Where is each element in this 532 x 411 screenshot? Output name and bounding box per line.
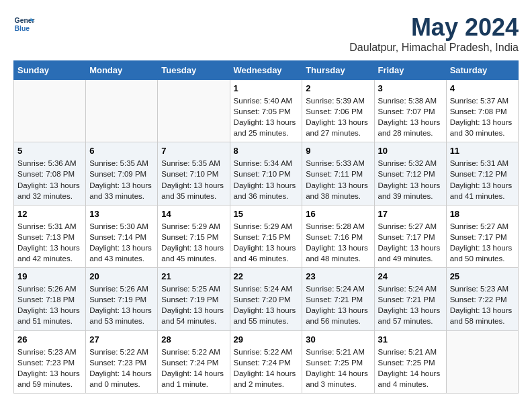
cell-info: Sunset: 7:16 PM [306, 232, 370, 242]
cell-info: Sunrise: 5:28 AM [306, 221, 370, 232]
cell-info: Sunset: 7:25 PM [306, 357, 370, 368]
cell-info: Sunrise: 5:31 AM [450, 158, 515, 169]
main-title: May 2024 [349, 13, 519, 42]
cell-info: Sunrise: 5:29 AM [161, 221, 226, 232]
day-number: 17 [378, 209, 443, 219]
cell-info: Daylight: 13 hours and 43 minutes. [89, 242, 154, 264]
svg-text:Blue: Blue [15, 25, 30, 32]
calendar-cell: 28Sunrise: 5:22 AMSunset: 7:24 PMDayligh… [158, 330, 230, 393]
cell-info: Sunset: 7:10 PM [234, 169, 299, 179]
cell-info: Sunset: 7:08 PM [17, 169, 82, 179]
cell-info: Sunset: 7:23 PM [89, 357, 154, 368]
calendar-cell: 26Sunrise: 5:23 AMSunset: 7:23 PMDayligh… [14, 330, 86, 393]
cell-info: Daylight: 13 hours and 25 minutes. [234, 117, 299, 138]
cell-info: Sunrise: 5:23 AM [17, 347, 82, 357]
cell-info: Sunrise: 5:40 AM [234, 95, 299, 106]
calendar-cell: 13Sunrise: 5:30 AMSunset: 7:14 PMDayligh… [86, 205, 158, 267]
cell-info: Sunset: 7:13 PM [17, 232, 82, 242]
cell-info: Daylight: 13 hours and 56 minutes. [306, 305, 370, 326]
day-number: 14 [161, 209, 226, 219]
cell-info: Daylight: 13 hours and 59 minutes. [17, 368, 82, 390]
calendar-cell [86, 80, 158, 142]
week-row-2: 5Sunrise: 5:36 AMSunset: 7:08 PMDaylight… [14, 142, 519, 205]
cell-info: Sunrise: 5:21 AM [378, 347, 443, 357]
calendar-cell: 27Sunrise: 5:22 AMSunset: 7:23 PMDayligh… [86, 330, 158, 393]
day-number: 28 [161, 334, 226, 345]
calendar-cell [158, 80, 230, 142]
cell-info: Sunrise: 5:21 AM [306, 347, 370, 357]
cell-info: Sunset: 7:22 PM [450, 294, 515, 305]
week-row-4: 19Sunrise: 5:26 AMSunset: 7:18 PMDayligh… [14, 268, 519, 330]
title-block: May 2024 Daulatpur, Himachal Pradesh, In… [349, 13, 519, 54]
cell-info: Daylight: 13 hours and 38 minutes. [306, 180, 370, 201]
day-number: 3 [378, 83, 443, 93]
calendar-cell: 24Sunrise: 5:24 AMSunset: 7:21 PMDayligh… [374, 268, 446, 330]
cell-info: Daylight: 14 hours and 3 minutes. [306, 368, 370, 390]
cell-info: Sunset: 7:19 PM [161, 294, 226, 305]
day-number: 30 [306, 334, 370, 345]
cell-info: Daylight: 13 hours and 42 minutes. [17, 242, 82, 264]
calendar-cell: 21Sunrise: 5:25 AMSunset: 7:19 PMDayligh… [158, 268, 230, 330]
day-number: 20 [89, 271, 154, 281]
calendar-cell: 15Sunrise: 5:29 AMSunset: 7:15 PMDayligh… [230, 205, 302, 267]
cell-info: Sunset: 7:08 PM [450, 106, 515, 117]
day-number: 11 [450, 146, 515, 156]
calendar-cell: 14Sunrise: 5:29 AMSunset: 7:15 PMDayligh… [158, 205, 230, 267]
calendar-table: SundayMondayTuesdayWednesdayThursdayFrid… [13, 60, 519, 394]
cell-info: Sunrise: 5:27 AM [450, 221, 515, 232]
calendar-cell: 2Sunrise: 5:39 AMSunset: 7:06 PMDaylight… [302, 80, 374, 142]
cell-info: Sunrise: 5:38 AM [378, 95, 443, 106]
day-number: 16 [306, 209, 370, 219]
calendar-cell: 11Sunrise: 5:31 AMSunset: 7:12 PMDayligh… [446, 142, 518, 205]
logo: General Blue [13, 13, 35, 35]
calendar-cell: 16Sunrise: 5:28 AMSunset: 7:16 PMDayligh… [302, 205, 374, 267]
cell-info: Sunset: 7:24 PM [161, 357, 226, 368]
cell-info: Sunrise: 5:32 AM [378, 158, 443, 169]
calendar-cell [14, 80, 86, 142]
calendar-cell: 19Sunrise: 5:26 AMSunset: 7:18 PMDayligh… [14, 268, 86, 330]
cell-info: Sunrise: 5:27 AM [378, 221, 443, 232]
cell-info: Daylight: 13 hours and 36 minutes. [234, 180, 299, 201]
cell-info: Daylight: 14 hours and 1 minute. [161, 368, 226, 390]
day-number: 24 [378, 271, 443, 281]
day-number: 13 [89, 209, 154, 219]
day-number: 21 [161, 271, 226, 281]
col-header-sunday: Sunday [14, 61, 86, 80]
day-number: 8 [234, 146, 299, 156]
cell-info: Sunset: 7:24 PM [234, 357, 299, 368]
cell-info: Daylight: 13 hours and 46 minutes. [234, 242, 299, 264]
calendar-cell [446, 330, 518, 393]
cell-info: Sunset: 7:18 PM [17, 294, 82, 305]
calendar-cell: 31Sunrise: 5:21 AMSunset: 7:25 PMDayligh… [374, 330, 446, 393]
cell-info: Sunset: 7:21 PM [378, 294, 443, 305]
cell-info: Sunset: 7:06 PM [306, 106, 370, 117]
week-row-1: 1Sunrise: 5:40 AMSunset: 7:05 PMDaylight… [14, 80, 519, 142]
subtitle: Daulatpur, Himachal Pradesh, India [349, 42, 519, 54]
cell-info: Daylight: 13 hours and 51 minutes. [17, 305, 82, 326]
cell-info: Sunset: 7:15 PM [234, 232, 299, 242]
cell-info: Sunrise: 5:36 AM [17, 158, 82, 169]
cell-info: Daylight: 13 hours and 33 minutes. [89, 180, 154, 201]
day-number: 29 [234, 334, 299, 345]
calendar-cell: 17Sunrise: 5:27 AMSunset: 7:17 PMDayligh… [374, 205, 446, 267]
cell-info: Daylight: 14 hours and 4 minutes. [378, 368, 443, 390]
calendar-cell: 18Sunrise: 5:27 AMSunset: 7:17 PMDayligh… [446, 205, 518, 267]
cell-info: Sunset: 7:10 PM [161, 169, 226, 179]
cell-info: Sunrise: 5:22 AM [161, 347, 226, 357]
cell-info: Daylight: 13 hours and 50 minutes. [450, 242, 515, 264]
cell-info: Sunrise: 5:35 AM [161, 158, 226, 169]
cell-info: Daylight: 13 hours and 45 minutes. [161, 242, 226, 264]
calendar-cell: 10Sunrise: 5:32 AMSunset: 7:12 PMDayligh… [374, 142, 446, 205]
cell-info: Daylight: 13 hours and 55 minutes. [234, 305, 299, 326]
cell-info: Sunset: 7:15 PM [161, 232, 226, 242]
calendar-cell: 7Sunrise: 5:35 AMSunset: 7:10 PMDaylight… [158, 142, 230, 205]
day-number: 1 [234, 83, 299, 93]
cell-info: Sunrise: 5:33 AM [306, 158, 370, 169]
cell-info: Sunrise: 5:26 AM [17, 283, 82, 294]
cell-info: Daylight: 13 hours and 27 minutes. [306, 117, 370, 138]
week-row-5: 26Sunrise: 5:23 AMSunset: 7:23 PMDayligh… [14, 330, 519, 393]
calendar-cell: 9Sunrise: 5:33 AMSunset: 7:11 PMDaylight… [302, 142, 374, 205]
cell-info: Sunrise: 5:30 AM [89, 221, 154, 232]
cell-info: Sunrise: 5:26 AM [89, 283, 154, 294]
cell-info: Daylight: 13 hours and 57 minutes. [378, 305, 443, 326]
